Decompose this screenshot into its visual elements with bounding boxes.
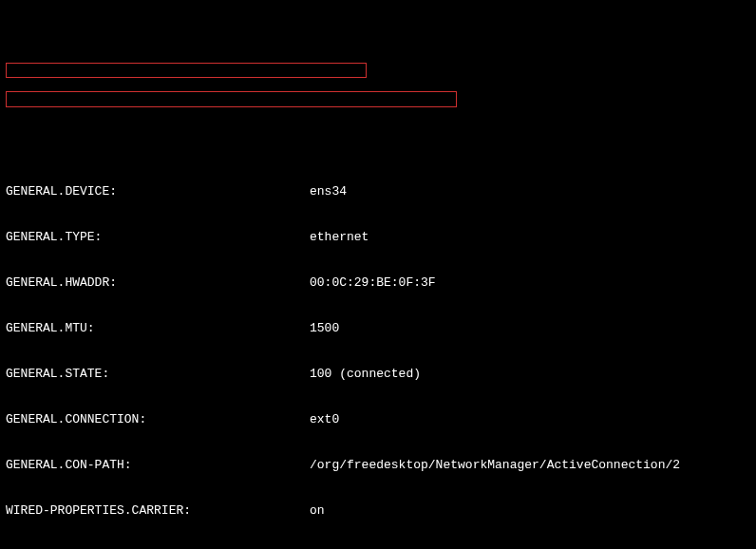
val: /org/freedesktop/NetworkManager/ActiveCo… [310, 458, 680, 473]
row-general-con-path: GENERAL.CON-PATH:/org/freedesktop/Networ… [6, 458, 750, 473]
key: GENERAL.DEVICE: [6, 184, 310, 199]
terminal-output: GENERAL.DEVICE:ens34 GENERAL.TYPE:ethern… [6, 63, 750, 549]
key: WIRED-PROPERTIES.CARRIER: [6, 503, 310, 519]
key: GENERAL.STATE: [6, 367, 310, 382]
highlight-hwaddr-ens34 [6, 91, 457, 107]
highlight-device-ens34 [6, 63, 367, 78]
key: GENERAL.TYPE: [6, 230, 310, 245]
key: GENERAL.CONNECTION: [6, 412, 310, 427]
row-general-connection: GENERAL.CONNECTION:ext0 [6, 412, 750, 427]
row-general-state: GENERAL.STATE:100 (connected) [6, 367, 750, 382]
val: ethernet [310, 230, 369, 245]
device-block-ens34: GENERAL.DEVICE:ens34 GENERAL.TYPE:ethern… [6, 154, 750, 549]
val: on [310, 503, 325, 519]
val: 100 (connected) [310, 367, 421, 382]
key: GENERAL.CON-PATH: [6, 458, 310, 473]
row-wired-carrier: WIRED-PROPERTIES.CARRIER:on [6, 503, 750, 519]
row-general-mtu: GENERAL.MTU:1500 [6, 321, 750, 336]
val: 00:0C:29:BE:0F:3F [310, 275, 436, 291]
row-general-type: GENERAL.TYPE:ethernet [6, 230, 750, 245]
val: ext0 [310, 412, 339, 427]
key: GENERAL.MTU: [6, 321, 310, 336]
val: ens34 [310, 184, 347, 199]
row-general-device: GENERAL.DEVICE:ens34 [6, 184, 750, 199]
row-general-hwaddr: GENERAL.HWADDR:00:0C:29:BE:0F:3F [6, 275, 750, 291]
val: 1500 [310, 321, 339, 336]
key: GENERAL.HWADDR: [6, 275, 310, 291]
